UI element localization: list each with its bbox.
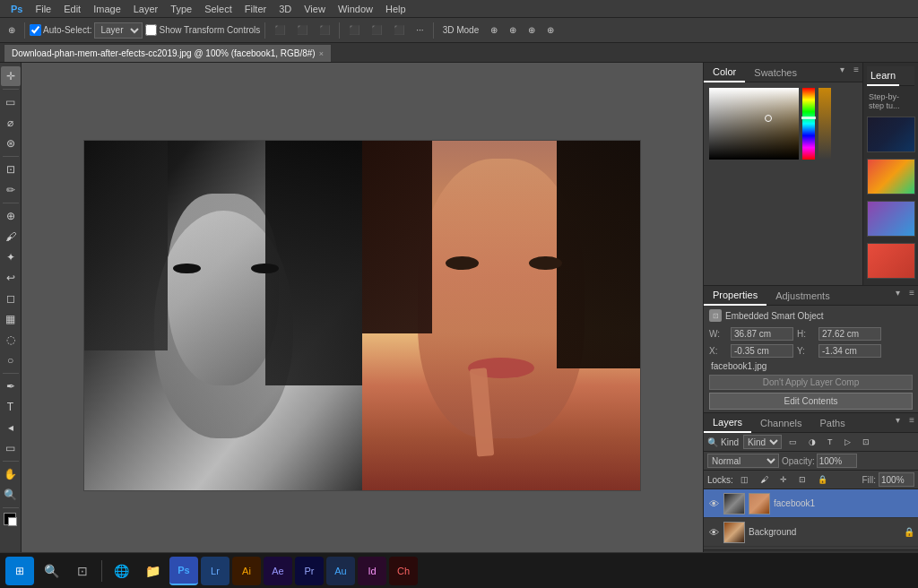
eraser-tool[interactable]: ◻ (1, 289, 21, 308)
menu-3d[interactable]: 3D (273, 2, 297, 16)
filter-smart-btn[interactable]: ⊡ (858, 436, 874, 448)
eyedropper-tool[interactable]: ✏ (1, 180, 21, 200)
menu-file[interactable]: File (30, 2, 56, 16)
3d-btn2[interactable]: ⊕ (486, 23, 502, 37)
taskbar-pr[interactable]: Pr (295, 557, 324, 585)
layer-eye-background[interactable]: 👁 (707, 526, 720, 539)
taskbar-edge[interactable]: 🌐 (107, 557, 135, 585)
layer-background[interactable]: 👁 Background 🔒 (704, 518, 918, 547)
color-menu-btn[interactable]: ≡ (853, 65, 859, 74)
hand-tool[interactable]: ✋ (1, 464, 21, 484)
properties-tab[interactable]: Properties (704, 286, 766, 306)
taskbar-ai[interactable]: Ai (232, 557, 261, 585)
clone-tool[interactable]: ✦ (1, 247, 21, 267)
move-tool-btn[interactable]: ⊕ (4, 23, 20, 37)
3d-btn5[interactable]: ⊕ (542, 23, 559, 37)
taskbar-explorer[interactable]: 📁 (138, 557, 167, 585)
menu-layer[interactable]: Layer (128, 2, 164, 16)
height-input[interactable] (818, 327, 881, 341)
menu-view[interactable]: View (299, 2, 331, 16)
menu-select[interactable]: Select (199, 2, 238, 16)
props-collapse-btn[interactable]: ▾ (896, 288, 900, 298)
auto-select-dropdown[interactable]: Layer Group (94, 22, 143, 39)
3d-btn4[interactable]: ⊕ (524, 23, 540, 37)
menu-filter[interactable]: Filter (239, 2, 272, 16)
show-transform-checkbox[interactable] (145, 24, 157, 36)
crop-tool[interactable]: ⊡ (1, 160, 21, 179)
move-tool[interactable]: ✛ (1, 66, 21, 86)
more-options-btn[interactable]: ··· (411, 23, 428, 37)
canvas-area[interactable] (22, 63, 703, 568)
align-right-btn[interactable]: ⬛ (315, 23, 334, 37)
edit-contents-btn[interactable]: Edit Contents (709, 393, 913, 410)
filter-type-btn[interactable]: T (823, 436, 837, 448)
filter-shape-btn[interactable]: ▷ (840, 436, 855, 448)
layers-tab[interactable]: Layers (704, 413, 751, 433)
channels-tab[interactable]: Channels (751, 413, 810, 433)
layer-eye-facebook1[interactable]: 👁 (707, 497, 720, 510)
learn-thumb-2[interactable] (867, 159, 915, 195)
shape-tool[interactable]: ▭ (1, 438, 21, 458)
dodge-tool[interactable]: ○ (1, 350, 21, 370)
spot-heal-tool[interactable]: ⊕ (1, 206, 21, 226)
taskbar-ps[interactable]: Ps (169, 557, 198, 585)
gradient-tool[interactable]: ▦ (1, 309, 21, 329)
blur-tool[interactable]: ◌ (1, 330, 21, 350)
y-input[interactable] (818, 344, 881, 358)
type-tool[interactable]: T (1, 397, 21, 417)
marquee-tool[interactable]: ▭ (1, 92, 21, 112)
lock-image-btn[interactable]: 🖌 (756, 473, 773, 486)
zoom-tool[interactable]: 🔍 (1, 485, 21, 505)
brush-tool[interactable]: 🖌 (1, 227, 21, 246)
foreground-color[interactable] (1, 511, 21, 531)
taskbar-widgets[interactable]: ⊡ (68, 557, 97, 585)
ps-logo[interactable]: Ps (5, 2, 28, 16)
align-center-btn[interactable]: ⬛ (292, 23, 312, 37)
fill-input[interactable] (879, 472, 914, 487)
dont-apply-btn[interactable]: Don't Apply Layer Comp (709, 375, 913, 390)
menu-image[interactable]: Image (88, 2, 126, 16)
taskbar-id[interactable]: Id (358, 557, 386, 585)
taskbar-ch[interactable]: Ch (389, 557, 418, 585)
taskbar-ae[interactable]: Ae (264, 557, 292, 585)
learn-tab[interactable]: Learn (867, 66, 899, 86)
width-input[interactable] (731, 327, 793, 341)
adjustments-tab[interactable]: Adjustments (766, 286, 839, 306)
align-left-btn[interactable]: ⬛ (270, 23, 290, 37)
learn-thumb-3[interactable] (867, 201, 915, 237)
3d-btn3[interactable]: ⊕ (505, 23, 521, 37)
props-menu-btn[interactable]: ≡ (909, 288, 914, 298)
layers-collapse-btn[interactable]: ▾ (896, 415, 900, 425)
lasso-tool[interactable]: ⌀ (1, 113, 21, 133)
learn-thumb-1[interactable] (867, 117, 915, 152)
menu-type[interactable]: Type (165, 2, 197, 16)
lock-artboard-btn[interactable]: ⊡ (794, 473, 810, 486)
filter-adj-btn[interactable]: ◑ (804, 436, 820, 448)
hue-slider[interactable] (802, 88, 815, 160)
alpha-slider[interactable] (818, 88, 831, 160)
kind-dropdown[interactable]: Kind (743, 435, 782, 449)
paths-tab[interactable]: Paths (811, 413, 854, 433)
swatches-tab[interactable]: Swatches (745, 63, 806, 82)
lock-position-btn[interactable]: ✛ (775, 473, 792, 486)
taskbar-start[interactable]: ⊞ (5, 557, 34, 585)
lock-transparent-btn[interactable]: ◫ (736, 473, 753, 486)
opacity-input[interactable] (817, 454, 857, 468)
distribute-btn[interactable]: ⬛ (344, 23, 364, 37)
taskbar-lr[interactable]: Lr (201, 557, 230, 585)
menu-window[interactable]: Window (333, 2, 378, 16)
taskbar-au[interactable]: Au (326, 557, 355, 585)
taskbar-search[interactable]: 🔍 (37, 557, 65, 585)
blend-mode-select[interactable]: Normal (707, 454, 779, 468)
learn-thumb-4[interactable] (867, 243, 915, 279)
color-tab[interactable]: Color (704, 63, 745, 82)
lock-all-btn[interactable]: 🔒 (813, 473, 832, 486)
tab-close-btn[interactable]: × (319, 49, 324, 58)
distribute2-btn[interactable]: ⬛ (367, 23, 386, 37)
active-tab[interactable]: Download-phan-mem-after-efects-cc2019.jp… (4, 44, 332, 62)
3d-mode-btn[interactable]: 3D Mode (438, 23, 484, 37)
color-gradient-box[interactable] (709, 88, 799, 160)
x-input[interactable] (731, 344, 793, 358)
color-collapse-btn[interactable]: ▾ (840, 65, 844, 74)
layers-menu-btn[interactable]: ≡ (909, 415, 914, 425)
